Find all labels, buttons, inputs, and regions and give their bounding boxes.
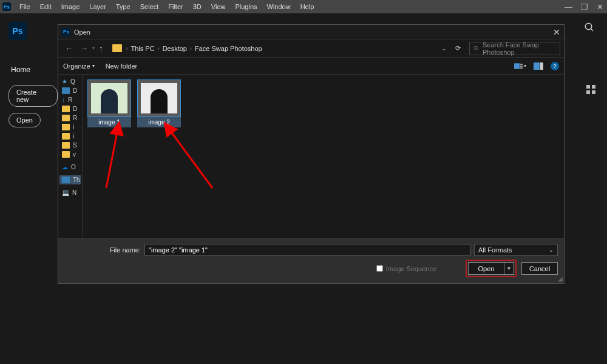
file-thumb-image2[interactable]: image 2 [137,79,181,127]
new-folder-button[interactable]: New folder [106,62,138,70]
open-button-highlight: Open ▼ [466,260,517,277]
sidebar-item[interactable]: R [59,113,81,123]
menu-window[interactable]: Window [262,3,296,10]
home-right-rail [572,13,607,364]
view-mode-button[interactable]: ▾ [514,61,526,71]
sidebar-network[interactable]: 💻N [59,188,81,197]
home-left-rail: Ps Home Create new Open [0,13,58,364]
dialog-close-icon[interactable]: ✕ [553,27,560,37]
menu-filter[interactable]: Filter [163,3,188,10]
crumb-thispc[interactable]: This PC [131,45,155,52]
home-label[interactable]: Home [11,66,58,74]
folder-icon [112,44,122,52]
chevron-right-icon: › [190,46,192,52]
organize-button[interactable]: Organize▾ [63,62,95,70]
nav-forward-icon[interactable]: → [77,44,91,53]
nav-dropdown-icon[interactable]: ▾ [92,46,95,51]
search-placeholder: Search Face Swap Photoshop [483,41,556,56]
image-sequence-checkbox[interactable]: Image Sequence [376,265,436,272]
help-icon[interactable]: ? [551,62,559,70]
window-minimize-icon[interactable]: — [565,2,572,12]
sidebar-item[interactable]: v [59,150,81,159]
svg-rect-4 [586,90,590,94]
dialog-titlebar: Ps Open ✕ [58,25,564,39]
app-menubar: Ps File Edit Image Layer Type Select Fil… [0,0,607,13]
ps-logo-icon: Ps [2,2,11,11]
address-dropdown-icon[interactable]: ⌄ [442,46,447,52]
dialog-cancel-button[interactable]: Cancel [521,262,558,275]
preview-pane-button[interactable] [532,61,544,71]
open-dropdown-button[interactable]: ▼ [504,262,514,275]
svg-rect-12 [534,62,540,70]
file-thumb-image1[interactable]: image 1 [87,79,131,127]
crumb-folder[interactable]: Face Swap Photoshop [195,45,262,52]
search-icon[interactable] [584,22,595,33]
breadcrumb[interactable]: › This PC › Desktop › Face Swap Photosho… [126,45,441,52]
dialog-sidebar: ★Q D ↓R D R i i S v ☁O Th 💻N [58,75,83,238]
filename-label: File name: [64,246,141,254]
svg-line-7 [477,49,478,50]
svg-point-6 [474,46,477,49]
resize-grip-icon[interactable]: ◢ [558,275,563,282]
svg-rect-13 [540,62,543,70]
sidebar-item[interactable]: S [59,141,81,150]
menu-layer[interactable]: Layer [84,3,111,10]
search-icon [473,45,479,52]
dialog-footer: File name: All Formats⌄ Image Sequence O… [58,238,564,283]
svg-rect-5 [592,90,595,94]
svg-rect-10 [520,66,523,67]
nav-up-icon[interactable]: ↑ [96,44,106,53]
sidebar-item[interactable]: i [59,123,81,132]
svg-line-1 [591,29,593,31]
sidebar-item[interactable]: i [59,132,81,141]
format-select[interactable]: All Formats⌄ [474,244,558,256]
ps-app-icon: Ps [8,22,27,40]
svg-point-0 [585,23,592,30]
refresh-icon[interactable]: ⟳ [452,44,464,52]
menu-type[interactable]: Type [111,3,135,10]
image-sequence-input[interactable] [376,265,383,272]
svg-rect-11 [520,67,523,69]
dialog-title: Open [74,29,90,36]
dialog-open-button[interactable]: Open [468,262,504,275]
window-restore-icon[interactable]: ❐ [581,2,588,12]
dialog-toolbar: Organize▾ New folder ▾ ? [58,58,564,75]
sidebar-this-pc[interactable]: Th [59,175,81,184]
sidebar-onedrive[interactable]: ☁O [59,163,81,172]
file-label: image 1 [87,117,131,127]
menu-view[interactable]: View [206,3,231,10]
menu-help[interactable]: Help [296,3,319,10]
svg-rect-8 [514,63,520,69]
file-list[interactable]: image 1 image 2 [83,75,564,238]
chevron-right-icon: › [158,46,160,52]
window-close-icon[interactable]: ✕ [597,2,603,12]
dialog-body: ★Q D ↓R D R i i S v ☁O Th 💻N image 1 ima… [58,75,564,238]
menu-image[interactable]: Image [56,3,85,10]
crumb-desktop[interactable]: Desktop [163,45,187,52]
menu-file[interactable]: File [15,3,35,10]
sidebar-item[interactable]: D [59,104,81,113]
svg-rect-9 [520,64,523,65]
menu-edit[interactable]: Edit [35,3,56,10]
open-file-dialog: Ps Open ✕ ← → ▾ ↑ › This PC › Desktop › … [58,24,565,284]
chevron-right-icon: › [126,46,128,52]
sidebar-item[interactable]: D [59,86,81,95]
menu-select[interactable]: Select [135,3,164,10]
create-new-button[interactable]: Create new [8,85,58,107]
sidebar-item[interactable]: ↓R [59,95,81,104]
search-input[interactable]: Search Face Swap Photoshop [469,42,560,55]
file-label: image 2 [137,117,181,127]
dialog-nav: ← → ▾ ↑ › This PC › Desktop › Face Swap … [58,39,564,58]
menu-3d[interactable]: 3D [188,3,206,10]
svg-rect-3 [592,85,595,89]
ps-tiny-icon: Ps [62,28,70,36]
sidebar-quick-access[interactable]: ★Q [59,77,81,86]
open-button[interactable]: Open [8,113,41,127]
svg-rect-2 [586,85,590,89]
menu-plugins[interactable]: Plugins [230,3,262,10]
nav-back-icon[interactable]: ← [62,44,76,53]
grid-view-icon[interactable] [586,85,596,95]
filename-input[interactable] [144,244,470,256]
